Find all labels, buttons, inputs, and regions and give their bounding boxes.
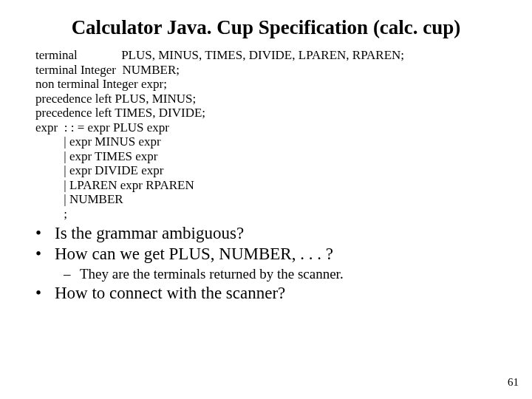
spec-line: non terminal Integer expr;	[35, 77, 502, 92]
bullet-mark: •	[35, 244, 55, 265]
bullet-text: Is the grammar ambiguous?	[55, 223, 244, 245]
bullet-item: • How can we get PLUS, NUMBER, . . . ?	[35, 244, 532, 265]
bullet-mark: •	[35, 283, 55, 304]
spec-line: precedence left TIMES, DIVIDE;	[35, 106, 502, 120]
spec-line: | expr DIVIDE expr	[35, 163, 502, 178]
bullet-item: • Is the grammar ambiguous?	[35, 223, 532, 245]
cup-specification: terminal PLUS, MINUS, TIMES, DIVIDE, LPA…	[0, 45, 532, 222]
sub-bullet-item: – They are the terminals returned by the…	[35, 265, 532, 283]
bullet-text: How can we get PLUS, NUMBER, . . . ?	[55, 244, 333, 265]
spec-line: | NUMBER	[35, 192, 502, 207]
bullet-list: • Is the grammar ambiguous? • How can we…	[0, 222, 532, 304]
spec-line: precedence left PLUS, MINUS;	[35, 92, 502, 106]
spec-text: terminal	[35, 48, 78, 62]
sub-bullet-text: They are the terminals returned by the s…	[80, 265, 344, 283]
bullet-item: • How to connect with the scanner?	[35, 283, 532, 304]
page-number: 61	[508, 376, 519, 389]
slide-title: Calculator Java. Cup Specification (calc…	[0, 0, 532, 45]
spec-gap	[78, 48, 122, 62]
spec-line: | expr MINUS expr	[35, 134, 502, 149]
spec-line: terminal PLUS, MINUS, TIMES, DIVIDE, LPA…	[35, 48, 502, 63]
spec-line: terminal Integer NUMBER;	[35, 63, 502, 78]
spec-line: ;	[35, 207, 502, 222]
bullet-text: How to connect with the scanner?	[55, 283, 285, 304]
bullet-mark: •	[35, 223, 55, 245]
dash-mark: –	[64, 265, 80, 283]
spec-line: | LPAREN expr RPAREN	[35, 178, 502, 193]
slide: Calculator Java. Cup Specification (calc…	[0, 0, 532, 399]
spec-text: PLUS, MINUS, TIMES, DIVIDE, LPAREN, RPAR…	[121, 48, 404, 62]
spec-line: expr : : = expr PLUS expr	[35, 120, 502, 135]
spec-line: | expr TIMES expr	[35, 149, 502, 164]
